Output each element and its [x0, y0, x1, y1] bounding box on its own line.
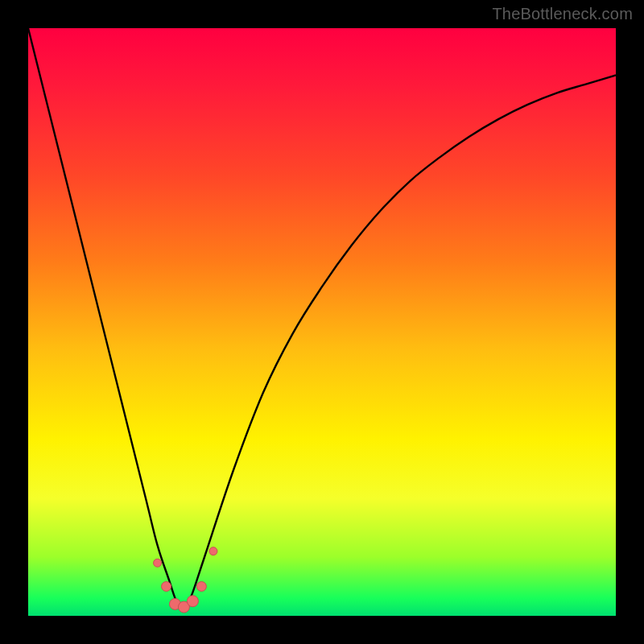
marker-dot: [209, 547, 217, 555]
bottleneck-curve: [28, 28, 616, 616]
watermark-label: TheBottleneck.com: [492, 5, 633, 23]
marker-cluster: [154, 547, 217, 613]
marker-dot: [196, 582, 206, 592]
marker-dot: [162, 582, 171, 592]
marker-dot: [187, 596, 198, 607]
marker-dot: [154, 559, 162, 567]
curve-line: [28, 28, 616, 610]
chart-frame: TheBottleneck.com: [0, 0, 644, 644]
plot-area: [28, 28, 616, 616]
